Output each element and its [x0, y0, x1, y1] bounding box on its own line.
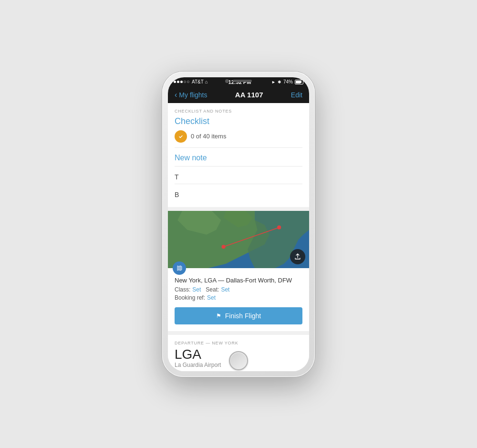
carrier-label: AT&T	[192, 79, 204, 84]
signal-dot-1	[174, 81, 176, 83]
divider-2	[175, 166, 302, 167]
seat-set-button[interactable]: Set	[221, 286, 229, 293]
svg-point-4	[222, 245, 226, 249]
speaker	[233, 80, 252, 82]
edit-button[interactable]: Edit	[291, 91, 302, 99]
svg-point-3	[277, 225, 281, 229]
seat-label: Seat:	[206, 286, 219, 293]
map-visual: BOEING 737-800	[168, 211, 309, 268]
share-button[interactable]	[290, 249, 305, 264]
nav-bar: ‹ My flights AA 1107 Edit	[168, 87, 309, 103]
svg-point-0	[178, 134, 184, 139]
phone-frame: AT&T ⌂ 12:32 PM ► ✱ 74% ‹ My flights AA …	[162, 72, 315, 377]
class-row: Class: Set Seat: Set	[175, 286, 302, 293]
class-label: Class:	[175, 286, 190, 293]
share-icon	[294, 253, 301, 260]
nav-title: AA 1107	[235, 91, 263, 99]
content-area: CHECKLIST AND NOTES Checklist 0 of 40 it…	[168, 103, 309, 371]
map-pin-icon	[176, 265, 182, 271]
battery-icon	[295, 80, 303, 84]
back-label: My flights	[179, 91, 207, 99]
signal-dot-3	[180, 81, 183, 83]
booking-label: Booking ref:	[175, 294, 205, 301]
checklist-title[interactable]: Checklist	[175, 116, 302, 126]
check-icon	[177, 133, 184, 140]
status-left: AT&T ⌂	[174, 79, 208, 84]
flight-info: New York, LGA — Dallas-Fort Worth, DFW C…	[168, 268, 309, 307]
class-set-button[interactable]: Set	[192, 286, 201, 293]
route-text: New York, LGA — Dallas-Fort Worth, DFW	[175, 277, 302, 284]
map-svg	[168, 211, 309, 268]
note-item-b[interactable]: B	[175, 188, 302, 201]
camera	[225, 79, 229, 83]
divider-3	[175, 184, 302, 184]
finish-flight-button[interactable]: ⚑ Finish Flight	[175, 307, 302, 324]
note-item-t[interactable]: T	[175, 170, 302, 184]
booking-row: Booking ref: Set	[175, 294, 302, 301]
bluetooth-icon: ✱	[278, 80, 281, 84]
battery-tip	[301, 81, 301, 83]
map-card: BOEING 737-800	[168, 211, 309, 331]
status-right: ► ✱ 74%	[271, 79, 303, 84]
map-badge-icon	[173, 261, 186, 275]
divider	[175, 147, 302, 148]
signal-dots	[174, 81, 189, 83]
checklist-card: CHECKLIST AND NOTES Checklist 0 of 40 it…	[168, 103, 309, 207]
checklist-section-label: CHECKLIST AND NOTES	[175, 109, 302, 114]
back-button[interactable]: ‹ My flights	[175, 91, 207, 99]
departure-section-label: DEPARTURE — NEW YORK	[175, 341, 302, 345]
battery-percent: 74%	[283, 79, 293, 84]
checklist-count: 0 of 40 items	[191, 133, 226, 140]
signal-dot-2	[177, 81, 179, 83]
phone-screen: AT&T ⌂ 12:32 PM ► ✱ 74% ‹ My flights AA …	[168, 77, 309, 371]
flag-icon: ⚑	[216, 313, 221, 319]
signal-dot-5	[187, 81, 189, 83]
home-button[interactable]	[229, 351, 248, 370]
new-note-button[interactable]: New note	[175, 152, 302, 166]
wifi-icon: ⌂	[205, 79, 208, 84]
battery-fill	[296, 81, 301, 83]
booking-set-button[interactable]: Set	[207, 294, 216, 301]
location-icon: ►	[271, 80, 276, 84]
back-chevron-icon: ‹	[175, 91, 177, 99]
signal-dot-4	[184, 81, 186, 83]
checklist-row: 0 of 40 items	[175, 130, 302, 143]
finish-flight-label: Finish Flight	[225, 312, 261, 320]
checklist-badge-icon	[175, 130, 187, 143]
